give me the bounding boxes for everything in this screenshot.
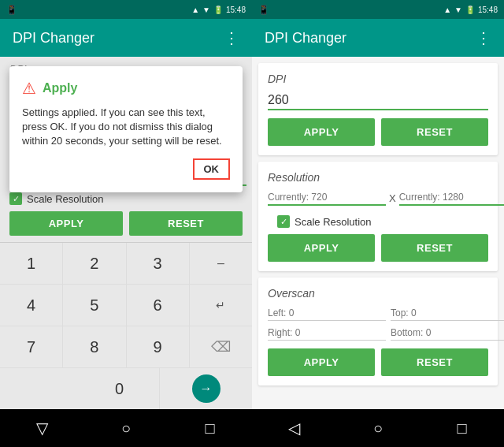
overscan-reset-button[interactable]: RESET: [381, 348, 488, 376]
kb-0[interactable]: 0: [80, 368, 160, 409]
resolution-reset-button[interactable]: RESET: [381, 234, 488, 262]
overscan-left-wrap: [268, 306, 386, 321]
overscan-left-input[interactable]: [268, 306, 386, 321]
right-battery-icon: 🔋: [465, 6, 475, 14]
right-height-input[interactable]: [399, 190, 504, 206]
right-time: 15:48: [478, 6, 498, 14]
right-x-sep: X: [389, 192, 396, 204]
overscan-grid: [268, 306, 488, 341]
left-btn-row: APPLY RESET: [0, 211, 252, 242]
left-main-content: DPI ⚠ Apply Settings applied. If you can…: [0, 57, 252, 242]
resolution-apply-button[interactable]: APPLY: [268, 234, 375, 262]
dialog-title: Apply: [43, 81, 77, 95]
dpi-input[interactable]: [268, 91, 488, 110]
kb-2[interactable]: 2: [63, 243, 126, 284]
resolution-section-label: Resolution: [268, 171, 488, 184]
resolution-section: Resolution X ✓ Scale Resolution APPLY RE…: [258, 162, 498, 271]
overscan-section-label: Overscan: [268, 287, 488, 300]
right-status-icons: ▲ ▼ 🔋 15:48: [443, 6, 498, 14]
right-recents-icon[interactable]: □: [443, 409, 481, 447]
kb-backspace[interactable]: ⌫: [190, 326, 252, 367]
left-nav-bar: ▽ ○ □: [0, 409, 252, 447]
right-scale-row: ✓ Scale Resolution: [268, 212, 488, 234]
dpi-reset-button[interactable]: RESET: [381, 118, 488, 146]
kb-1[interactable]: 1: [0, 243, 63, 284]
left-app-bar: DPI Changer ⋮: [0, 19, 252, 57]
right-resolution-row: X: [268, 190, 488, 206]
right-scale-checkbox[interactable]: ✓: [277, 215, 290, 228]
left-signal-icon: ▼: [202, 6, 210, 14]
kb-row-2: 4 5 6 ↵: [0, 284, 252, 326]
overscan-bottom-input[interactable]: [391, 326, 504, 341]
dpi-btn-row: APPLY RESET: [268, 118, 488, 146]
right-signal-icon: ▼: [454, 6, 462, 14]
right-status-bar: 📱 ▲ ▼ 🔋 15:48: [252, 0, 504, 19]
kb-empty-left: [0, 368, 80, 409]
apply-dialog: ⚠ Apply Settings applied. If you can see…: [9, 66, 243, 192]
left-keyboard: 1 2 3 – 4 5 6 ↵ 7 8 9 ⌫ 0 →: [0, 242, 252, 409]
right-wifi-icon: ▲: [443, 6, 451, 14]
overscan-right-input[interactable]: [268, 326, 386, 341]
dpi-apply-button[interactable]: APPLY: [268, 118, 375, 146]
kb-enter-wrap: →: [160, 368, 252, 409]
right-menu-icon[interactable]: ⋮: [476, 28, 491, 47]
right-app-title: DPI Changer: [265, 30, 346, 47]
left-wifi-icon: ▲: [191, 6, 199, 14]
kb-row-1: 1 2 3 –: [0, 243, 252, 284]
left-status-icons: ▲ ▼ 🔋 15:48: [191, 6, 246, 14]
kb-enter-button[interactable]: →: [192, 374, 220, 403]
right-notification-icon: 📱: [258, 5, 269, 15]
right-app-bar: DPI Changer ⋮: [252, 19, 504, 57]
apply-dialog-overlay: ⚠ Apply Settings applied. If you can see…: [0, 57, 252, 202]
kb-7[interactable]: 7: [0, 326, 63, 367]
overscan-btn-row: APPLY RESET: [268, 348, 488, 376]
right-nav-bar: ◁ ○ □: [252, 409, 504, 447]
right-back-icon[interactable]: ◁: [275, 409, 313, 447]
right-scale-label: Scale Resolution: [295, 216, 372, 228]
resolution-btn-row: APPLY RESET: [268, 234, 488, 262]
right-panel: 📱 ▲ ▼ 🔋 15:48 DPI Changer ⋮ DPI APPLY RE…: [252, 0, 504, 447]
right-home-icon[interactable]: ○: [359, 409, 397, 447]
kb-5[interactable]: 5: [63, 285, 126, 326]
kb-newline[interactable]: ↵: [190, 285, 252, 326]
kb-dash[interactable]: –: [190, 243, 252, 284]
kb-row-3: 7 8 9 ⌫: [0, 326, 252, 367]
overscan-top-wrap: [391, 306, 504, 321]
dialog-title-row: ⚠ Apply: [22, 79, 230, 98]
left-notification-icon: 📱: [6, 5, 17, 15]
right-width-input[interactable]: [268, 190, 386, 206]
dialog-ok-button[interactable]: OK: [193, 158, 231, 180]
kb-8[interactable]: 8: [63, 326, 126, 367]
left-time: 15:48: [226, 6, 246, 14]
overscan-bottom-wrap: [391, 326, 504, 341]
overscan-right-wrap: [268, 326, 386, 341]
left-apply-button[interactable]: APPLY: [9, 211, 123, 236]
dialog-warning-icon: ⚠: [22, 79, 36, 98]
overscan-apply-button[interactable]: APPLY: [268, 348, 375, 376]
left-panel: 📱 ▲ ▼ 🔋 15:48 DPI Changer ⋮ DPI ⚠ Apply …: [0, 0, 252, 447]
dpi-section-label: DPI: [268, 73, 488, 85]
overscan-section: Overscan APPLY RESET: [258, 278, 498, 386]
kb-9[interactable]: 9: [127, 326, 190, 367]
dialog-ok-row: OK: [22, 158, 230, 180]
left-status-bar: 📱 ▲ ▼ 🔋 15:48: [0, 0, 252, 19]
left-recents-icon[interactable]: □: [191, 409, 229, 447]
left-back-icon[interactable]: ▽: [23, 409, 61, 447]
dpi-section: DPI APPLY RESET: [258, 63, 498, 155]
left-reset-button[interactable]: RESET: [129, 211, 243, 236]
left-menu-icon[interactable]: ⋮: [224, 28, 239, 47]
overscan-top-input[interactable]: [391, 306, 504, 321]
right-scroll-content[interactable]: DPI APPLY RESET Resolution X ✓ Scale Res…: [252, 57, 504, 409]
kb-4[interactable]: 4: [0, 285, 63, 326]
kb-6[interactable]: 6: [127, 285, 190, 326]
kb-3[interactable]: 3: [127, 243, 190, 284]
kb-row-4: 0 →: [0, 367, 252, 409]
left-home-icon[interactable]: ○: [107, 409, 145, 447]
left-app-title: DPI Changer: [13, 30, 94, 47]
left-battery-icon: 🔋: [213, 6, 223, 14]
dialog-text: Settings applied. If you can see this te…: [22, 106, 230, 149]
